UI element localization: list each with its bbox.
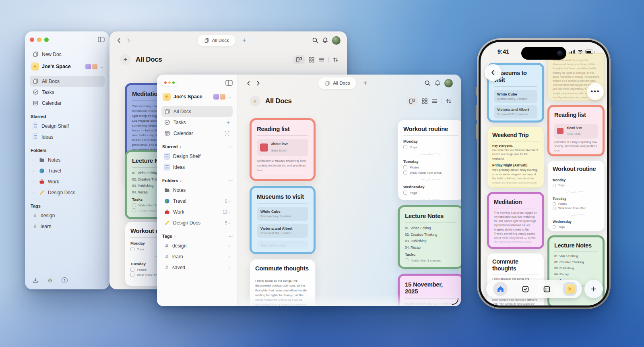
sidebar-tag-design[interactable]: # design (30, 210, 105, 221)
sidebar-folder-travel[interactable]: Travel 5 › (161, 195, 233, 206)
more-icon[interactable]: ⋯ (229, 234, 233, 239)
import-icon[interactable] (32, 277, 39, 284)
back-icon[interactable] (116, 37, 122, 44)
checkbox[interactable] (403, 165, 407, 169)
sidebar-item-calendar[interactable]: Calendar (30, 98, 105, 108)
checkbox[interactable] (553, 225, 556, 229)
view-list-button[interactable] (431, 98, 438, 104)
checkbox[interactable] (130, 273, 134, 277)
scan-icon[interactable] (224, 131, 230, 136)
sidebar-tag-saved[interactable]: # saved› (161, 262, 233, 273)
card-lecture-notes[interactable]: Lecture Notes 01. Video Editing 02. Crea… (398, 205, 461, 269)
checkbox[interactable] (132, 203, 136, 207)
tab-home[interactable] (493, 282, 508, 296)
minimize-button[interactable] (168, 81, 171, 84)
starred-section-header[interactable]: Starred›⋯ (162, 144, 233, 149)
sidebar-folder-work[interactable]: › Work (30, 176, 105, 187)
tab-all-docs[interactable]: All Docs (198, 35, 235, 46)
sidebar-item-calendar[interactable]: Calendar (161, 128, 233, 139)
zoom-button[interactable] (172, 81, 175, 84)
museum-entry[interactable]: White CubeBermondsey, London (494, 90, 537, 103)
bell-icon[interactable] (322, 37, 328, 44)
sidebar-item-design-shelf[interactable]: Design Shelf (30, 121, 105, 131)
chevron-right-icon[interactable]: › (33, 191, 36, 195)
book-entry[interactable]: about loveBella Smith (554, 124, 598, 139)
checkbox[interactable] (405, 264, 409, 268)
card-workout-routine[interactable]: Workout routine Monday Yoga Tuesday Pila… (547, 160, 605, 231)
sidebar-toggle-icon[interactable] (98, 37, 105, 42)
sidebar-folder-work[interactable]: Work 12 › (161, 206, 233, 217)
view-board-button[interactable] (293, 55, 305, 64)
book-entry[interactable]: Little ExperimentsLea Cullin (554, 154, 598, 156)
checkbox[interactable] (553, 184, 556, 187)
checkbox[interactable] (130, 268, 134, 272)
sidebar-item-all-docs[interactable]: All Docs (161, 106, 233, 117)
tab-tasks[interactable] (522, 285, 529, 293)
museum-entry[interactable]: Natural History (494, 121, 537, 123)
search-icon[interactable] (312, 37, 318, 44)
minimize-button[interactable] (37, 37, 41, 42)
traffic-lights[interactable] (30, 37, 49, 42)
sidebar-item-ideas[interactable]: Ideas (30, 131, 105, 142)
new-note-fab[interactable]: + (584, 280, 603, 298)
forward-icon[interactable] (255, 80, 261, 86)
museum-entry[interactable]: Natural History (257, 241, 308, 250)
checkbox[interactable] (403, 170, 407, 175)
sidebar-item-design-shelf[interactable]: Design Shelf (161, 151, 233, 162)
back-button[interactable] (485, 64, 502, 81)
card-reading-list[interactable]: Reading list about loveBella Smith colle… (547, 105, 605, 156)
traffic-lights[interactable] (161, 79, 178, 86)
user-avatar[interactable] (332, 36, 341, 45)
checkbox[interactable] (553, 207, 556, 210)
museum-entry[interactable]: Victoria and AlbertCromwell Rd, London (257, 224, 308, 238)
museum-entry[interactable]: White CubeBermondsey, London (257, 207, 308, 221)
zoom-button[interactable] (44, 37, 49, 42)
checkbox[interactable] (403, 145, 407, 149)
sidebar-item-ideas[interactable]: Ideas (161, 162, 233, 172)
chevron-right-icon[interactable]: › (33, 158, 36, 162)
close-button[interactable] (164, 81, 167, 84)
checkbox[interactable] (553, 202, 556, 206)
card-weekend-trip[interactable]: Weekend Trip Hey everyone, So excited fo… (487, 127, 544, 188)
add-task-button[interactable]: + (227, 119, 230, 126)
sidebar-tag-learn[interactable]: # learn (30, 221, 105, 232)
checkbox[interactable] (130, 247, 134, 251)
back-icon[interactable] (246, 80, 252, 86)
sidebar-item-all-docs[interactable]: All Docs (30, 76, 105, 87)
help-icon[interactable]: ? (62, 277, 68, 283)
new-tab-button[interactable]: + (363, 79, 367, 87)
sidebar-folder-notes[interactable]: › Notes (30, 154, 105, 165)
checkbox[interactable] (132, 208, 136, 212)
chevron-right-icon[interactable]: › (33, 180, 36, 184)
view-board-button[interactable] (407, 97, 418, 106)
view-grid-button[interactable] (421, 98, 428, 104)
forward-icon[interactable] (126, 37, 132, 44)
user-avatar[interactable] (444, 79, 453, 87)
folders-section-header[interactable]: Folders›⋯ (162, 178, 233, 183)
sidebar-item-tasks[interactable]: Tasks + (161, 117, 233, 128)
sort-button[interactable] (332, 56, 339, 63)
tags-section-header[interactable]: Tags›⋯ (162, 234, 233, 239)
add-doc-button[interactable]: + (250, 96, 260, 106)
view-list-button[interactable] (318, 56, 325, 63)
bell-icon[interactable] (434, 80, 441, 86)
workspace-switcher[interactable]: ☀ Joe's Space ⌄ (30, 60, 105, 73)
sidebar-folder-notes[interactable]: Notes (161, 185, 233, 195)
tab-calendar[interactable] (543, 285, 551, 293)
tab-workspace[interactable]: ☀ (565, 284, 575, 294)
card-museums[interactable]: Museums to visit White CubeBermondsey, L… (250, 186, 316, 254)
sidebar-tag-design[interactable]: # design› (161, 240, 233, 251)
search-icon[interactable] (424, 80, 431, 86)
sort-button[interactable] (446, 98, 452, 104)
card-commute-thoughts[interactable]: Commute thoughts I think about all the s… (250, 259, 316, 306)
book-entry[interactable]: Little ExperimentsLea Cullin (257, 175, 308, 181)
sidebar-folder-travel[interactable]: › Travel (30, 165, 105, 176)
museum-entry[interactable]: Victoria and AlbertCromwell Rd, London (494, 105, 537, 118)
book-entry[interactable]: about loveBella Smith (257, 139, 308, 156)
sidebar-item-tasks[interactable]: Tasks (30, 87, 105, 98)
checkbox[interactable] (405, 258, 409, 262)
more-icon[interactable]: ⋯ (229, 178, 233, 183)
close-button[interactable] (30, 37, 34, 42)
chevron-right-icon[interactable]: › (33, 169, 36, 173)
checkbox[interactable] (403, 191, 407, 195)
